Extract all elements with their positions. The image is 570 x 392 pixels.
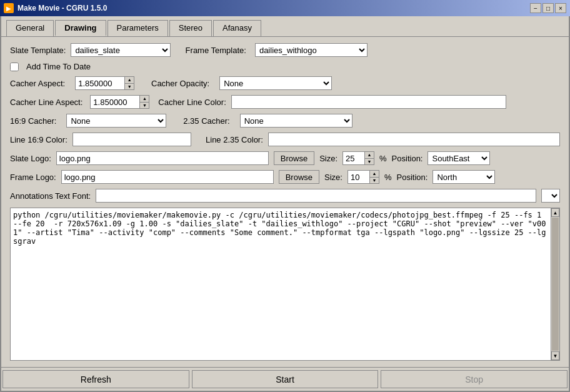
cacher-line-aspect-input[interactable]: [90, 95, 140, 109]
slate-template-label: Slate Template:: [10, 46, 66, 55]
slate-logo-browse-button[interactable]: Browse: [274, 151, 314, 165]
tab-afanasy[interactable]: Afanasy: [213, 20, 261, 36]
slate-logo-row: Slate Logo: Browse Size: ▲ ▼ % Position:…: [10, 151, 560, 165]
frame-logo-input[interactable]: [61, 170, 274, 184]
tab-parameters[interactable]: Parameters: [108, 20, 168, 36]
frame-size-pct: %: [384, 173, 392, 182]
annotations-input[interactable]: [96, 189, 536, 203]
frame-template-select[interactable]: dailies_withlogo: [255, 43, 368, 57]
cacher-line-aspect-spinner[interactable]: ▲ ▼: [90, 95, 149, 109]
cacher-line-spin-btns[interactable]: ▲ ▼: [140, 95, 149, 109]
cacher-opacity-select[interactable]: None 25% 50% 75%: [219, 76, 332, 90]
command-textarea[interactable]: [10, 208, 551, 361]
cacher-opacity-label: Cacher Opacity:: [151, 79, 209, 88]
frame-logo-browse-button[interactable]: Browse: [279, 170, 319, 184]
line-169-color-box[interactable]: [72, 133, 191, 146]
tab-bar: General Drawing Parameters Stereo Afanas…: [1, 16, 569, 36]
cacher-235-select[interactable]: None Show Darken: [240, 114, 352, 128]
slate-size-down[interactable]: ▼: [365, 159, 374, 165]
frame-size-down[interactable]: ▼: [370, 178, 379, 184]
slate-position-label: Position:: [392, 154, 423, 163]
close-button[interactable]: ×: [555, 3, 566, 13]
slate-size-pct: %: [379, 154, 387, 163]
slate-size-up[interactable]: ▲: [365, 152, 374, 159]
slate-position-select[interactable]: SouthEast North South East West NorthEas…: [428, 151, 490, 165]
cacher-line-color-box[interactable]: [231, 95, 506, 109]
slate-size-spinner[interactable]: ▲ ▼: [342, 151, 374, 165]
start-button[interactable]: Start: [192, 370, 379, 388]
window-title: Make Movie - CGRU 1.5.0: [18, 4, 107, 13]
annotations-label: Annotations Text Font:: [10, 191, 91, 201]
frame-size-spin-btns[interactable]: ▲ ▼: [370, 170, 379, 184]
bottom-bar: Refresh Start Stop: [1, 367, 569, 391]
frame-size-spinner[interactable]: ▲ ▼: [348, 170, 379, 184]
add-time-row: Add Time To Date: [10, 62, 560, 71]
scroll-thumb[interactable]: [552, 218, 559, 351]
slate-size-label: Size:: [319, 154, 338, 163]
line-colors-row: Line 16:9 Color: Line 2.35 Color:: [10, 133, 560, 146]
frame-logo-row: Frame Logo: Browse Size: ▲ ▼ % Position:…: [10, 170, 560, 184]
slate-template-select[interactable]: dailies_slate: [71, 43, 171, 57]
annotations-row: Annotations Text Font:: [10, 189, 560, 203]
frame-position-select[interactable]: North SouthEast South East West NorthEas…: [432, 170, 495, 184]
slate-size-input[interactable]: [342, 151, 365, 165]
scroll-down-arrow[interactable]: ▼: [551, 351, 559, 360]
scroll-up-arrow[interactable]: ▲: [551, 208, 559, 217]
app-icon: ▶: [4, 3, 14, 13]
cacher-types-row: 16:9 Cacher: None Show Darken 2.35 Cache…: [10, 114, 560, 128]
tab-stereo[interactable]: Stereo: [169, 20, 212, 36]
cacher-aspect-label: Cacher Aspect:: [10, 79, 65, 88]
cacher-line-row: Cacher Line Aspect: ▲ ▼ Cacher Line Colo…: [10, 95, 560, 109]
cacher-aspect-row: Cacher Aspect: ▲ ▼ Cacher Opacity: None …: [10, 76, 560, 90]
cacher-line-up[interactable]: ▲: [140, 96, 149, 103]
slate-logo-input[interactable]: [56, 151, 269, 165]
annotations-font-select[interactable]: [541, 189, 560, 203]
cacher-aspect-down[interactable]: ▼: [125, 84, 134, 90]
cmd-scrollbar[interactable]: ▲ ▼: [551, 208, 560, 361]
maximize-button[interactable]: □: [542, 3, 554, 13]
command-wrapper: ▲ ▼: [10, 208, 560, 361]
slate-logo-label: Slate Logo:: [10, 154, 51, 163]
cacher-235-label: 2.35 Cacher:: [183, 116, 229, 126]
frame-logo-label: Frame Logo:: [10, 173, 56, 182]
drawing-content: Slate Template: dailies_slate Frame Temp…: [1, 36, 569, 367]
line-169-color-label: Line 16:9 Color:: [10, 135, 68, 144]
window-controls[interactable]: − □ ×: [530, 3, 566, 13]
tab-general[interactable]: General: [6, 20, 54, 36]
frame-position-label: Position:: [397, 173, 428, 182]
stop-button[interactable]: Stop: [381, 370, 568, 388]
cacher-aspect-input[interactable]: [75, 76, 125, 90]
cacher-169-label: 16:9 Cacher:: [10, 116, 56, 126]
tab-drawing[interactable]: Drawing: [55, 20, 106, 36]
line-235-color-box[interactable]: [268, 133, 560, 146]
templates-row: Slate Template: dailies_slate Frame Temp…: [10, 43, 560, 57]
cacher-169-select[interactable]: None Show Darken: [66, 114, 166, 128]
line-235-color-label: Line 2.35 Color:: [206, 135, 263, 144]
frame-size-input[interactable]: [348, 170, 370, 184]
cacher-line-color-label: Cacher Line Color:: [158, 98, 226, 107]
frame-size-up[interactable]: ▲: [370, 171, 379, 178]
main-window: General Drawing Parameters Stereo Afanas…: [0, 16, 570, 392]
frame-size-label: Size:: [324, 173, 342, 182]
title-bar: ▶ Make Movie - CGRU 1.5.0 − □ ×: [0, 0, 570, 16]
add-time-label: Add Time To Date: [26, 62, 91, 71]
slate-size-spin-btns[interactable]: ▲ ▼: [365, 151, 374, 165]
cacher-line-aspect-label: Cacher Line Aspect:: [10, 98, 82, 107]
cacher-aspect-spinner[interactable]: ▲ ▼: [75, 76, 134, 90]
cacher-line-down[interactable]: ▼: [140, 103, 149, 109]
cacher-aspect-up[interactable]: ▲: [125, 77, 134, 84]
frame-template-label: Frame Template:: [186, 46, 246, 55]
add-time-checkbox[interactable]: [10, 63, 19, 71]
refresh-button[interactable]: Refresh: [2, 370, 189, 388]
cacher-aspect-spin-btns[interactable]: ▲ ▼: [125, 76, 134, 90]
minimize-button[interactable]: −: [530, 3, 541, 13]
